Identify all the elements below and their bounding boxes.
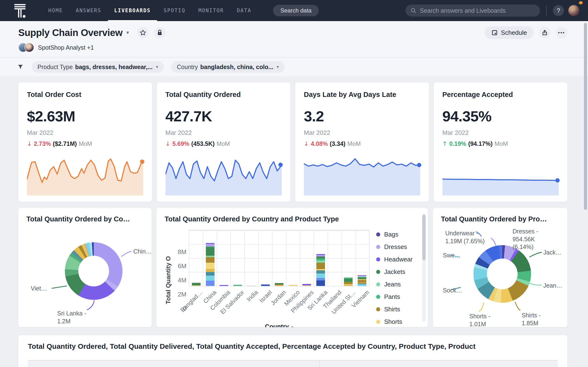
search-data-button[interactable]: Search data xyxy=(273,5,319,16)
legend-label: Jackets xyxy=(384,268,405,275)
nav-item-spotiq[interactable]: SPOTIQ xyxy=(157,0,192,21)
kpi-sparkline[interactable] xyxy=(304,155,420,195)
legend-item-bags[interactable]: Bags xyxy=(376,231,413,238)
bar-segment-shorts[interactable] xyxy=(289,285,297,286)
bar-column-mexico[interactable] xyxy=(286,230,300,286)
bar-segment-headwear[interactable] xyxy=(220,285,228,286)
table-header-cell[interactable] xyxy=(319,360,558,367)
bar-segment-jeans[interactable] xyxy=(316,260,325,263)
kpi-change-abs: (453.5K) xyxy=(191,140,215,147)
title-caret-icon[interactable]: ▾ xyxy=(126,30,129,36)
bar-chart[interactable]: Total Quantity Ordered 02M4M6M8M Banglad… xyxy=(164,230,420,327)
legend-label: Shirts xyxy=(384,306,400,313)
bar-segment-pants[interactable] xyxy=(316,259,325,261)
bar-segment-sweaters[interactable] xyxy=(316,274,325,278)
share-button[interactable] xyxy=(539,27,551,38)
x-axis-title[interactable]: Country▾ xyxy=(189,323,369,327)
lock-button[interactable] xyxy=(154,27,165,38)
nav-item-answers[interactable]: ANSWERS xyxy=(69,0,108,21)
bar-segment-navy[interactable] xyxy=(261,284,270,286)
bar-segment-socks[interactable] xyxy=(316,270,325,274)
kpi-change-pct: 4.08% xyxy=(311,140,328,147)
bar-segment-gold[interactable] xyxy=(275,285,284,286)
bar-segment-dresses[interactable] xyxy=(247,286,256,286)
user-avatar[interactable] xyxy=(568,5,579,16)
bar-segment-gold[interactable] xyxy=(303,285,311,286)
kpi-card-0: Total Order Cost$2.63MMar 2022↓2.73%($2.… xyxy=(18,83,152,202)
legend-item-jeans[interactable]: Jeans xyxy=(376,281,413,288)
more-icon: ••• xyxy=(558,30,565,35)
bar-segment-shirts[interactable] xyxy=(316,263,325,269)
more-button[interactable]: ••• xyxy=(556,27,567,38)
nav-item-monitor[interactable]: MONITOR xyxy=(192,0,230,21)
bar-segment-dresses[interactable] xyxy=(206,244,215,246)
page-scrollbar-thumb[interactable] xyxy=(584,23,587,210)
bar-segment-navy[interactable] xyxy=(316,280,325,286)
bar-segment-underwear[interactable] xyxy=(316,278,325,280)
bar-plot[interactable] xyxy=(189,230,369,286)
legend-item-shirts[interactable]: Shirts xyxy=(376,306,413,313)
callout-jeans: Jean… xyxy=(543,282,562,290)
kpi-sparkline[interactable] xyxy=(27,157,143,195)
bar-column-china[interactable] xyxy=(203,230,217,286)
bar-segment-sweaters[interactable] xyxy=(358,284,366,286)
bar-column-jordan[interactable] xyxy=(272,230,286,286)
bar-column-unitedst[interactable] xyxy=(341,230,355,286)
nav-item-liveboards[interactable]: LIVEBOARDS xyxy=(108,0,157,21)
legend-item-shorts[interactable]: Shorts xyxy=(376,318,413,325)
y-tick-label: 6M xyxy=(178,262,186,270)
schedule-button[interactable]: Schedule xyxy=(485,26,534,39)
search-input[interactable] xyxy=(420,7,533,14)
global-search[interactable] xyxy=(406,5,540,17)
bar-segment-pants[interactable] xyxy=(233,285,242,286)
bar-column-colombia[interactable] xyxy=(217,230,231,286)
bar-segment-underwear[interactable] xyxy=(206,281,215,286)
bar-column-india[interactable] xyxy=(244,230,259,286)
donut-product-chart[interactable]: Underwear - 1.19M (7.65%) Swe… Sock… Sho… xyxy=(441,223,559,326)
thoughtspot-logo-icon[interactable] xyxy=(12,3,27,18)
legend-item-jackets[interactable]: Jackets xyxy=(376,268,413,275)
bar-segment-shirts[interactable] xyxy=(344,282,353,284)
help-button[interactable]: ? xyxy=(553,5,564,16)
bar-segment-socks[interactable] xyxy=(206,272,215,275)
bar-column-banglad[interactable] xyxy=(189,230,203,286)
bar-segment-gold[interactable] xyxy=(344,285,353,286)
bar-segment-jackets[interactable] xyxy=(192,283,200,285)
donut-country-chart[interactable]: Chin… Viet… Sri Lanka - 1.2M xyxy=(26,223,143,326)
filter-country[interactable]: Country bangladesh, china, colo... ▾ xyxy=(171,61,285,73)
nav-item-home[interactable]: HOME xyxy=(42,0,69,21)
bar-segment-jackets[interactable] xyxy=(358,277,366,279)
bar-column-israel[interactable] xyxy=(259,230,272,286)
bar-segment-jackets[interactable] xyxy=(316,256,325,259)
scrollbar-thumb[interactable] xyxy=(422,215,426,260)
bar-segment-shorts[interactable] xyxy=(192,285,200,286)
bar-column-elsalvador[interactable] xyxy=(231,230,245,286)
bar-column-philippines[interactable] xyxy=(300,230,314,286)
bar-column-srilanka[interactable] xyxy=(314,230,328,286)
legend-item-dresses[interactable]: Dresses xyxy=(376,243,413,251)
author-avatars[interactable] xyxy=(18,43,34,52)
bar-segment-gold[interactable] xyxy=(206,269,215,272)
legend-item-headwear[interactable]: Headwear xyxy=(376,256,413,263)
filter-product-type[interactable]: Product Type bags, dresses, headwear,...… xyxy=(32,61,164,73)
table-header-row[interactable] xyxy=(28,360,558,367)
legend-item-pants[interactable]: Pants xyxy=(376,293,413,300)
authors-label: SpotShop Analyst +1 xyxy=(38,44,94,51)
favorite-button[interactable] xyxy=(137,27,149,38)
tile-scrollbar[interactable] xyxy=(422,213,426,322)
kpi-value: $2.63M xyxy=(27,108,143,125)
bar-column-thailand[interactable] xyxy=(328,230,342,286)
bar-segment-shorts[interactable] xyxy=(206,263,215,269)
legend-label: Jeans xyxy=(384,281,401,288)
kpi-sparkline[interactable] xyxy=(442,173,559,195)
bar-segment-jackets[interactable] xyxy=(206,247,215,256)
y-ticks: 02M4M6M8M xyxy=(173,252,189,309)
bar-segment-sweaters[interactable] xyxy=(206,275,215,281)
nav-item-data[interactable]: DATA xyxy=(230,0,258,21)
bar-segment-jackets[interactable] xyxy=(344,279,353,282)
table-header-cell[interactable] xyxy=(28,360,319,367)
kpi-sparkline[interactable] xyxy=(165,157,282,195)
bar-column-vietnam[interactable] xyxy=(355,230,369,286)
bar-segment-shirts[interactable] xyxy=(358,280,366,283)
bar-segment-shirts[interactable] xyxy=(206,257,215,263)
